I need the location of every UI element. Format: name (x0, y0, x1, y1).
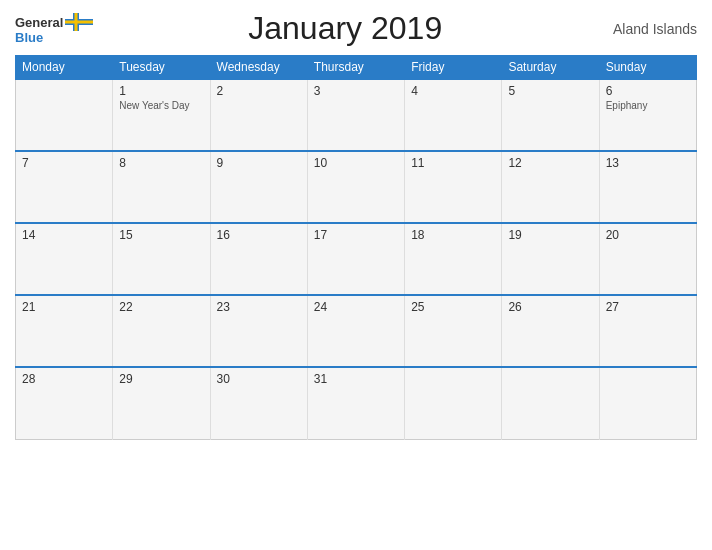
calendar-week-row: 78910111213 (16, 151, 697, 223)
day-number: 11 (411, 156, 495, 170)
day-number: 1 (119, 84, 203, 98)
region-label: Aland Islands (597, 21, 697, 37)
calendar-cell (405, 367, 502, 439)
calendar-cell: 7 (16, 151, 113, 223)
day-number: 16 (217, 228, 301, 242)
header-sunday: Sunday (599, 56, 696, 80)
logo-general-text: General (15, 16, 63, 29)
calendar-cell: 21 (16, 295, 113, 367)
calendar-cell: 30 (210, 367, 307, 439)
calendar-cell: 9 (210, 151, 307, 223)
day-number: 5 (508, 84, 592, 98)
calendar-cell: 27 (599, 295, 696, 367)
calendar-cell: 28 (16, 367, 113, 439)
calendar-cell: 22 (113, 295, 210, 367)
calendar-cell: 17 (307, 223, 404, 295)
calendar-week-row: 21222324252627 (16, 295, 697, 367)
header-thursday: Thursday (307, 56, 404, 80)
day-number: 17 (314, 228, 398, 242)
day-number: 3 (314, 84, 398, 98)
calendar-cell: 15 (113, 223, 210, 295)
holiday-name: Epiphany (606, 100, 690, 111)
calendar-week-row: 1New Year's Day23456Epiphany (16, 79, 697, 151)
day-number: 24 (314, 300, 398, 314)
day-number: 19 (508, 228, 592, 242)
logo-flag-icon (65, 13, 93, 31)
calendar-cell: 12 (502, 151, 599, 223)
logo: General Blue (15, 13, 93, 44)
calendar-cell: 14 (16, 223, 113, 295)
calendar-cell: 6Epiphany (599, 79, 696, 151)
header-friday: Friday (405, 56, 502, 80)
day-number: 28 (22, 372, 106, 386)
calendar-week-row: 28293031 (16, 367, 697, 439)
logo-blue-text: Blue (15, 31, 93, 44)
day-number: 29 (119, 372, 203, 386)
holiday-name: New Year's Day (119, 100, 203, 111)
calendar-cell: 16 (210, 223, 307, 295)
calendar-wrapper: General Blue January 2019 Aland Islands … (0, 0, 712, 550)
header-saturday: Saturday (502, 56, 599, 80)
day-number: 30 (217, 372, 301, 386)
calendar-cell: 20 (599, 223, 696, 295)
svg-rect-4 (75, 13, 78, 31)
day-number: 15 (119, 228, 203, 242)
day-number: 23 (217, 300, 301, 314)
day-number: 26 (508, 300, 592, 314)
calendar-week-row: 14151617181920 (16, 223, 697, 295)
day-number: 27 (606, 300, 690, 314)
calendar-cell: 29 (113, 367, 210, 439)
day-number: 9 (217, 156, 301, 170)
calendar-cell: 13 (599, 151, 696, 223)
day-number: 12 (508, 156, 592, 170)
calendar-cell: 2 (210, 79, 307, 151)
calendar-cell (502, 367, 599, 439)
header-tuesday: Tuesday (113, 56, 210, 80)
calendar-cell: 3 (307, 79, 404, 151)
calendar-table: Monday Tuesday Wednesday Thursday Friday… (15, 55, 697, 440)
header-monday: Monday (16, 56, 113, 80)
calendar-cell: 5 (502, 79, 599, 151)
calendar-cell: 8 (113, 151, 210, 223)
weekday-header-row: Monday Tuesday Wednesday Thursday Friday… (16, 56, 697, 80)
day-number: 18 (411, 228, 495, 242)
day-number: 13 (606, 156, 690, 170)
calendar-cell: 18 (405, 223, 502, 295)
calendar-cell: 25 (405, 295, 502, 367)
day-number: 7 (22, 156, 106, 170)
calendar-cell: 11 (405, 151, 502, 223)
calendar-cell: 26 (502, 295, 599, 367)
calendar-header: General Blue January 2019 Aland Islands (15, 10, 697, 47)
calendar-cell (599, 367, 696, 439)
calendar-cell (16, 79, 113, 151)
day-number: 14 (22, 228, 106, 242)
header-wednesday: Wednesday (210, 56, 307, 80)
day-number: 21 (22, 300, 106, 314)
calendar-cell: 4 (405, 79, 502, 151)
calendar-cell: 19 (502, 223, 599, 295)
svg-rect-3 (65, 21, 93, 24)
calendar-cell: 10 (307, 151, 404, 223)
day-number: 6 (606, 84, 690, 98)
calendar-cell: 24 (307, 295, 404, 367)
day-number: 4 (411, 84, 495, 98)
day-number: 22 (119, 300, 203, 314)
calendar-cell: 31 (307, 367, 404, 439)
day-number: 20 (606, 228, 690, 242)
calendar-cell: 1New Year's Day (113, 79, 210, 151)
month-title: January 2019 (93, 10, 597, 47)
calendar-cell: 23 (210, 295, 307, 367)
day-number: 8 (119, 156, 203, 170)
day-number: 10 (314, 156, 398, 170)
day-number: 2 (217, 84, 301, 98)
day-number: 31 (314, 372, 398, 386)
day-number: 25 (411, 300, 495, 314)
